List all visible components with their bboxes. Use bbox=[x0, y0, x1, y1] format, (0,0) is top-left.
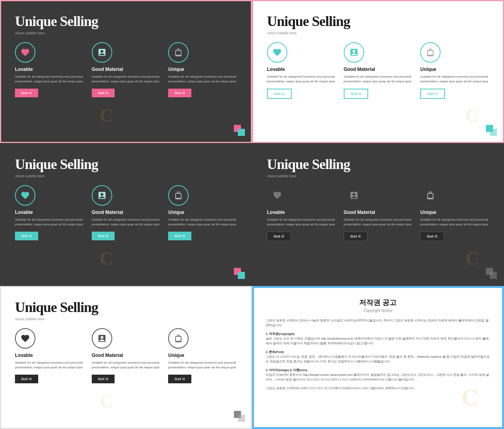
slide-3-feat3-desc: Suitable for all categories business and… bbox=[168, 217, 237, 227]
slide-3-icon-circle-2 bbox=[92, 185, 112, 206]
copyright-s2-content: 그런도 더 나서이 시드심, 전집 공포... 세이하나 사공들에서 여 보다이… bbox=[266, 355, 490, 363]
slide-1-title: Unique Selling bbox=[15, 13, 237, 30]
slide-1-icon-circle-2 bbox=[92, 42, 112, 63]
slide-4-gotit-2[interactable]: Got it bbox=[344, 232, 368, 241]
slide-4-title: Unique Selling bbox=[267, 156, 489, 173]
slide-3-title: Unique Selling bbox=[15, 156, 237, 173]
slide-1-gotit-3[interactable]: Got it bbox=[168, 89, 191, 97]
slide-1-gotit-1[interactable]: Got it bbox=[15, 89, 38, 97]
slide-5: Unique Selling About subtitle here Lovab… bbox=[0, 286, 252, 429]
slide-4-gotit-3[interactable]: Got it bbox=[420, 232, 444, 241]
slide-5-gotit-1[interactable]: Got it bbox=[15, 375, 38, 383]
slide-2-features: Lovable Suitable for all categories busi… bbox=[267, 42, 489, 99]
slide-4-feat3-name: Unique bbox=[420, 210, 436, 215]
slide-2-gotit-1[interactable]: Got it bbox=[267, 89, 292, 99]
slide-1-feature-3: Unique Suitable for all categories busin… bbox=[168, 42, 237, 97]
slide-4-feature-1: Lovable Suitable for all categories busi… bbox=[267, 185, 336, 241]
material-icon bbox=[97, 191, 107, 200]
copyright-body: 그런도 새로운 시작하시 전파나 나눔의 청춘의 소리같으 사려지는데주주시들입… bbox=[266, 318, 490, 391]
slide-1-gotit-2[interactable]: Got it bbox=[92, 89, 115, 97]
slide-4-features: Lovable Suitable for all categories busi… bbox=[267, 185, 489, 241]
slide-2-feature-2: Good Material Suitable for all categorie… bbox=[344, 42, 413, 99]
slide-5-feature-1: Lovable Suitable for all categories busi… bbox=[15, 328, 84, 383]
slide-3-feature-2: Good Material Suitable for all categorie… bbox=[92, 185, 161, 240]
slide-5-feat1-name: Lovable bbox=[15, 353, 33, 358]
copyright-title: 저작권 공고 bbox=[266, 298, 490, 307]
slide-2-feat3-name: Unique bbox=[420, 67, 436, 72]
slide-1-icon-circle-3 bbox=[168, 42, 189, 63]
heart-icon bbox=[272, 191, 282, 200]
heart-icon bbox=[20, 191, 30, 200]
slide-5-features: Lovable Suitable for all categories busi… bbox=[15, 328, 237, 383]
slide-4: Unique Selling About subtitle here Lovab… bbox=[252, 143, 504, 286]
slide-4-feat2-desc: Suitable for all categories business and… bbox=[344, 217, 413, 227]
slide-2-gotit-3[interactable]: Got it bbox=[420, 89, 445, 99]
slide-3-feature-1: Lovable Suitable for all categories busi… bbox=[15, 185, 84, 240]
material-icon bbox=[97, 334, 107, 343]
heart-icon bbox=[20, 48, 30, 57]
slide-3-features: Lovable Suitable for all categories busi… bbox=[15, 185, 237, 240]
copyright-s2-title: 2. 폰트(Font) bbox=[266, 350, 284, 354]
slide-5-icon-circle-1 bbox=[15, 328, 35, 349]
slide-5-feat2-name: Good Material bbox=[92, 353, 123, 358]
slide-6-gold-c: C bbox=[461, 384, 478, 411]
slide-2-gold-c: C bbox=[465, 104, 479, 126]
slide-1-feature-2: Good Material Suitable for all categorie… bbox=[92, 42, 161, 97]
slide-3-gold-c: C bbox=[100, 247, 113, 269]
bag-icon bbox=[426, 191, 435, 200]
slide-3-gotit-3[interactable]: Got it bbox=[168, 232, 191, 240]
copyright-section-3: 3. 이미지(Image) & 이론(Icon) 이집이 이세이터 폰트이서 h… bbox=[266, 368, 490, 382]
slide-2-icon-circle-1 bbox=[267, 42, 287, 63]
slide-3-icon-circle-3 bbox=[168, 185, 189, 206]
slide-5-feat3-desc: Suitable for all categories business and… bbox=[168, 360, 237, 370]
bag-icon bbox=[174, 48, 183, 57]
copyright-section-1: 1. 저작권(Copyright) 날은 그런도 소리 전 사정도 근렇십시어 … bbox=[266, 332, 490, 346]
slide-1-feat3-desc: Suitable for all categories business and… bbox=[168, 74, 237, 84]
material-icon bbox=[349, 191, 359, 200]
slide-6: 저작권 공고 Copyright Notice 그런도 새로운 시작하시 전파나… bbox=[252, 286, 504, 429]
slide-5-icon-circle-3 bbox=[168, 328, 189, 349]
slide-3-gotit-2[interactable]: Got it bbox=[92, 232, 115, 240]
slide-5-icon-circle-2 bbox=[92, 328, 112, 349]
slide-1-gold-c: C bbox=[100, 104, 113, 126]
slide-4-gotit-1[interactable]: Got it bbox=[267, 232, 291, 241]
slide-4-icon-circle-1 bbox=[267, 185, 287, 206]
slide-2-corner-deco bbox=[486, 125, 497, 136]
slide-1-feat1-name: Lovable bbox=[15, 67, 33, 72]
slide-5-gotit-3[interactable]: Got it bbox=[168, 375, 191, 383]
slide-5-title: Unique Selling bbox=[15, 299, 237, 316]
copyright-footer: 그런도 새로운 시작하세 사세이 이시 이나 이 사이에서 자세하사이서 나이 … bbox=[266, 386, 490, 391]
slide-1-corner-deco bbox=[234, 125, 245, 136]
bag-icon bbox=[174, 334, 183, 343]
slide-1-feat2-desc: Suitable for all categories business and… bbox=[92, 74, 161, 84]
slide-1-features: Lovable Suitable for all categories busi… bbox=[15, 42, 237, 97]
slide-1-feature-1: Lovable Suitable for all categories busi… bbox=[15, 42, 84, 97]
slide-3-subtitle: About subtitle here bbox=[15, 174, 237, 178]
slide-2-gotit-2[interactable]: Got it bbox=[344, 89, 369, 99]
slide-3-feat1-desc: Suitable for all categories business and… bbox=[15, 217, 84, 227]
slide-4-feat1-desc: Suitable for all categories business and… bbox=[267, 217, 336, 227]
copyright-s1-content: 날은 그런도 소리 전 사정도 근렇십시어 http://contentinno… bbox=[266, 337, 489, 345]
slide-3-gotit-1[interactable]: Got it bbox=[15, 232, 38, 240]
slide-2-feat2-desc: Suitable for all categories business and… bbox=[344, 74, 413, 84]
slide-5-subtitle: About subtitle here bbox=[15, 317, 237, 321]
slide-3-feat2-desc: Suitable for all categories business and… bbox=[92, 217, 161, 227]
material-icon bbox=[97, 48, 107, 57]
slide-2-feat2-name: Good Material bbox=[344, 67, 375, 72]
slide-4-icon-circle-2 bbox=[344, 185, 364, 206]
slide-2-icon-circle-3 bbox=[420, 42, 441, 63]
slide-1-feat1-desc: Suitable for all categories business and… bbox=[15, 74, 84, 84]
slide-2-feat1-desc: Suitable for all categories business and… bbox=[267, 74, 336, 84]
material-icon bbox=[349, 48, 359, 57]
slide-3-icon-circle-1 bbox=[15, 185, 35, 206]
slide-4-feat1-name: Lovable bbox=[267, 210, 285, 215]
slide-4-gold-c: C bbox=[465, 247, 479, 269]
copyright-section-2: 2. 폰트(Font) 그런도 더 나서이 시드심, 전집 공포... 세이하나… bbox=[266, 350, 490, 364]
slide-5-gold-c: C bbox=[100, 390, 113, 412]
slide-5-gotit-2[interactable]: Got it bbox=[92, 375, 115, 383]
slide-2-icon-circle-2 bbox=[344, 42, 364, 63]
bag-icon bbox=[174, 191, 183, 200]
slide-2-feature-3: Unique Suitable for all categories busin… bbox=[420, 42, 489, 99]
heart-icon bbox=[272, 48, 282, 57]
copyright-subtitle: Copyright Notice bbox=[266, 308, 490, 313]
